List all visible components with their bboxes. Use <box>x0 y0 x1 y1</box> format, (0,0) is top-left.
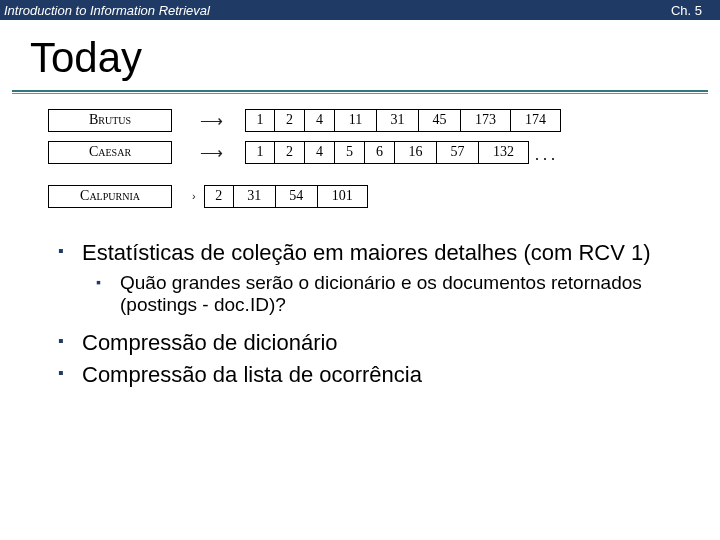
ellipsis: . . . <box>529 146 555 164</box>
course-title: Introduction to Information Retrieval <box>4 3 210 18</box>
posting-cell: 31 <box>234 185 276 208</box>
posting-cell: 5 <box>335 141 365 164</box>
posting-cell: 57 <box>437 141 479 164</box>
posting-list: 124113145173174 <box>245 109 561 132</box>
posting-row: Calpurnia › 23154101 <box>48 184 680 208</box>
posting-cell: 1 <box>245 109 275 132</box>
postings-diagram: Brutus ⟶ 124113145173174 Caesar ⟶ 124561… <box>0 108 720 208</box>
chapter-label: Ch. 5 <box>671 3 716 18</box>
bullet-level1: Compressão de dicionário <box>58 330 670 356</box>
posting-cell: 2 <box>275 141 305 164</box>
posting-row: Caesar ⟶ 124561657132 . . . <box>48 140 680 164</box>
arrow-icon: › <box>192 190 196 202</box>
posting-cell: 31 <box>377 109 419 132</box>
posting-cell: 101 <box>318 185 368 208</box>
bullet-level1: Compressão da lista de ocorrência <box>58 362 670 388</box>
term-box: Brutus <box>48 109 172 132</box>
term-box: Caesar <box>48 141 172 164</box>
bullet-content: Estatísticas de coleção em maiores detal… <box>0 216 720 388</box>
title-underline <box>12 90 708 94</box>
posting-list: 124561657132 <box>245 141 529 164</box>
bullet-level2: Quão grandes serão o dicionário e os doc… <box>96 272 670 316</box>
posting-cell: 54 <box>276 185 318 208</box>
posting-cell: 2 <box>275 109 305 132</box>
posting-cell: 2 <box>204 185 234 208</box>
posting-cell: 45 <box>419 109 461 132</box>
arrow-icon: ⟶ <box>200 143 223 162</box>
posting-cell: 16 <box>395 141 437 164</box>
posting-cell: 6 <box>365 141 395 164</box>
posting-cell: 4 <box>305 141 335 164</box>
posting-cell: 173 <box>461 109 511 132</box>
page-title: Today <box>0 20 720 90</box>
bullet-level1: Estatísticas de coleção em maiores detal… <box>58 240 670 266</box>
posting-cell: 1 <box>245 141 275 164</box>
posting-list: 23154101 <box>204 185 368 208</box>
arrow-icon: ⟶ <box>200 111 223 130</box>
posting-row: Brutus ⟶ 124113145173174 <box>48 108 680 132</box>
posting-cell: 4 <box>305 109 335 132</box>
posting-cell: 174 <box>511 109 561 132</box>
posting-cell: 11 <box>335 109 377 132</box>
posting-cell: 132 <box>479 141 529 164</box>
term-box: Calpurnia <box>48 185 172 208</box>
header-bar: Introduction to Information Retrieval Ch… <box>0 0 720 20</box>
